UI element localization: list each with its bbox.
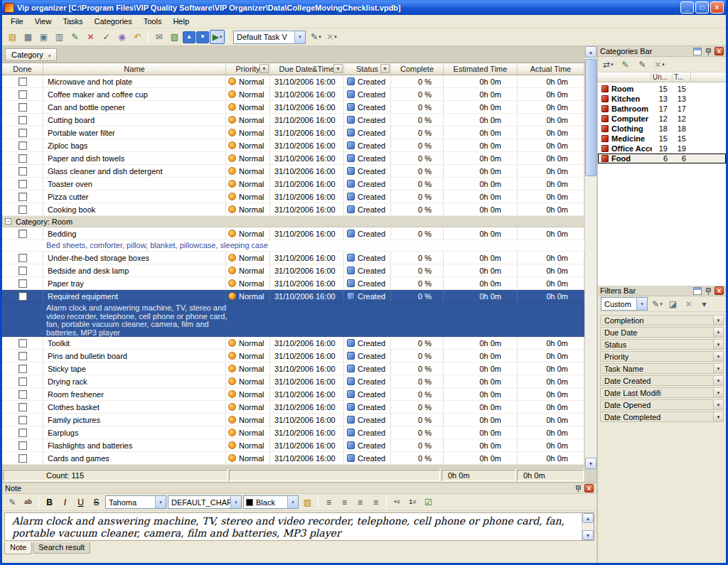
new-view-icon[interactable]: ✎▾: [309, 30, 323, 44]
task-row[interactable]: Cooking bookNormal31/10/2006 16:00Create…: [2, 203, 584, 216]
dropdown-arrow-icon[interactable]: [294, 31, 305, 43]
task-view-combo[interactable]: Default Task V: [233, 31, 306, 44]
filter-field-date-created[interactable]: Date Created▼: [600, 375, 724, 386]
done-checkbox[interactable]: [18, 416, 27, 424]
export-icon[interactable]: ▧: [167, 30, 182, 44]
scrollbar-thumb[interactable]: [585, 59, 596, 176]
scroll-down-icon[interactable]: [582, 530, 594, 540]
category-item-medicine[interactable]: Medicine1515: [598, 134, 726, 144]
done-checkbox[interactable]: [18, 352, 27, 360]
task-row[interactable]: ToolkitNormal31/10/2006 16:00Created0 %0…: [2, 337, 584, 350]
filter-field-due-date[interactable]: Due Date▼: [600, 327, 724, 338]
done-checkbox[interactable]: [18, 377, 27, 386]
maximize-button[interactable]: □: [695, 1, 709, 14]
apply-filter-icon[interactable]: ✎▾: [650, 297, 665, 311]
dropdown-arrow-icon[interactable]: [636, 298, 647, 310]
column-header-actual-time[interactable]: Actual Time: [518, 63, 584, 75]
filter-preset-combo[interactable]: Custom: [601, 297, 648, 311]
dropdown-arrow-icon[interactable]: [155, 496, 166, 508]
char-style-combo[interactable]: DEFAULT_CHAR: [168, 495, 242, 509]
strikethrough-button[interactable]: S: [89, 495, 104, 510]
done-checkbox[interactable]: [18, 441, 27, 450]
dropdown-arrow-icon[interactable]: [230, 496, 241, 508]
stamp-icon[interactable]: ◉: [114, 30, 129, 44]
category-item-bathroom[interactable]: Bathroom1717: [598, 104, 726, 114]
task-row[interactable]: Bedside and desk lampNormal31/10/2006 16…: [2, 264, 584, 277]
italic-button[interactable]: I: [58, 495, 73, 510]
group-row[interactable]: -Category: Room: [2, 216, 584, 227]
edit-note-icon[interactable]: ✎: [5, 495, 20, 510]
bold-button[interactable]: B: [42, 495, 57, 510]
category-item-clothing[interactable]: Clothing1818: [598, 124, 726, 134]
task-row[interactable]: EarplugsNormal31/10/2006 16:00Created0 %…: [2, 426, 584, 439]
move-to-category-icon[interactable]: ⇄▾: [601, 58, 616, 72]
delete-filter-icon[interactable]: ✕: [681, 297, 696, 311]
done-checkbox[interactable]: [18, 77, 27, 86]
column-header-priority[interactable]: Priority▼: [226, 63, 270, 75]
collapse-icon[interactable]: -: [5, 218, 11, 225]
menu-item-tasks[interactable]: Tasks: [57, 16, 88, 27]
move-up-icon[interactable]: ▲: [183, 31, 196, 43]
grid-vertical-scrollbar[interactable]: [584, 46, 596, 469]
align-right-icon[interactable]: ≡: [353, 495, 368, 510]
category-item-kitchen[interactable]: Kitchen1313: [598, 94, 726, 104]
column-filter-arrow-icon[interactable]: ▼: [259, 64, 269, 73]
align-left-icon[interactable]: ≡: [321, 495, 336, 510]
column-header-done[interactable]: Done: [2, 63, 43, 75]
task-row[interactable]: Glass cleaner and dish detergentNormal31…: [2, 165, 584, 178]
scroll-up-icon[interactable]: [585, 46, 596, 58]
scrollbar-track[interactable]: [585, 58, 596, 458]
complete-task-icon[interactable]: ✓: [99, 30, 114, 44]
note-scrollbar[interactable]: [582, 513, 594, 540]
task-row[interactable]: Room freshenerNormal31/10/2006 16:00Crea…: [2, 388, 584, 401]
title-bar[interactable]: Vip organizer [C:\Program Files\VIP Qual…: [2, 0, 726, 15]
done-checkbox[interactable]: [18, 292, 27, 301]
task-row[interactable]: Portable water filterNormal31/10/2006 16…: [2, 127, 584, 139]
done-checkbox[interactable]: [18, 116, 27, 124]
done-checkbox[interactable]: [18, 154, 27, 163]
dropdown-arrow-icon[interactable]: [287, 496, 298, 508]
note-editor[interactable]: Alarm clock and answering machine, TV, s…: [5, 513, 582, 540]
column-header-unfinished[interactable]: Un...: [651, 73, 672, 81]
category-item-room[interactable]: Room1515: [598, 84, 726, 94]
pin-icon[interactable]: [704, 47, 712, 55]
highlight-color-icon[interactable]: ▨: [300, 495, 315, 510]
task-row[interactable]: Drying rackNormal31/10/2006 16:00Created…: [2, 375, 584, 388]
done-checkbox[interactable]: [18, 390, 27, 399]
menu-item-view[interactable]: View: [29, 16, 58, 27]
task-row[interactable]: Can and bottle openerNormal31/10/2006 16…: [2, 101, 584, 114]
done-checkbox[interactable]: [18, 339, 27, 348]
column-header-estimated-time[interactable]: Estimated Time: [444, 63, 518, 75]
close-button[interactable]: ×: [710, 1, 724, 14]
done-checkbox[interactable]: [18, 103, 27, 112]
filter-menu-icon[interactable]: ▾: [697, 297, 712, 311]
menu-item-tools[interactable]: Tools: [138, 16, 168, 27]
filter-field-date-completed[interactable]: Date Completed▼: [600, 411, 724, 422]
column-header-total[interactable]: T...: [672, 73, 690, 81]
copy-task-icon[interactable]: ▣: [36, 30, 51, 44]
close-filters-bar-icon[interactable]: [714, 286, 724, 295]
task-row[interactable]: Microwave and hot plateNormal31/10/2006 …: [2, 75, 584, 88]
task-row[interactable]: Ziploc bagsNormal31/10/2006 16:00Created…: [2, 139, 584, 152]
tab-search-result[interactable]: Search result: [33, 542, 90, 554]
dropdown-arrow-icon[interactable]: ▼: [713, 340, 723, 349]
font-family-combo[interactable]: Tahoma: [105, 495, 166, 509]
task-row[interactable]: Required equipmentNormal31/10/2006 16:00…: [2, 290, 584, 303]
done-checkbox[interactable]: [18, 129, 27, 137]
task-row[interactable]: Paper trayNormal31/10/2006 16:00Created0…: [2, 277, 584, 290]
scroll-down-icon[interactable]: [585, 458, 596, 469]
filter-field-date-last-modifi[interactable]: Date Last Modifi▼: [600, 387, 724, 398]
pin-icon[interactable]: [704, 286, 712, 295]
run-filter-icon[interactable]: ▶▾: [210, 30, 225, 44]
task-row[interactable]: Sticky tapeNormal31/10/2006 16:00Created…: [2, 362, 584, 375]
done-checkbox[interactable]: [18, 167, 27, 176]
close-note-panel-icon[interactable]: [584, 484, 594, 493]
edit-task-icon[interactable]: ✎: [68, 30, 82, 44]
send-email-icon[interactable]: ✉: [151, 30, 166, 44]
done-checkbox[interactable]: [18, 254, 27, 262]
tab-note[interactable]: Note: [4, 542, 32, 554]
delete-category-icon[interactable]: ✕▾: [652, 58, 667, 72]
menu-item-categories[interactable]: Categories: [89, 16, 138, 27]
filter-field-priority[interactable]: Priority▼: [600, 351, 724, 362]
done-checkbox[interactable]: [18, 365, 27, 373]
